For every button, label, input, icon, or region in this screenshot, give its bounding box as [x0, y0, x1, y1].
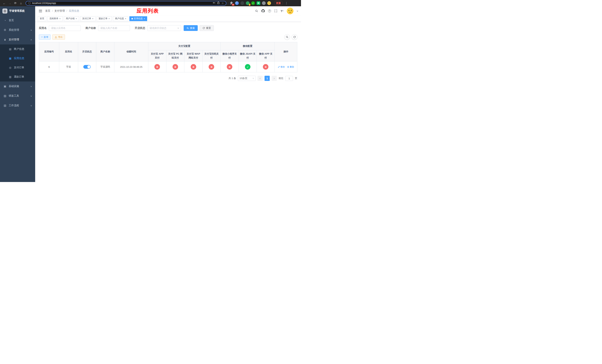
tab-pay-order[interactable]: 支付订单 ×: [80, 16, 96, 21]
export-button[interactable]: 导出: [52, 34, 65, 40]
refresh-table-button[interactable]: [292, 34, 297, 40]
col-header-merchant: 商户名称: [96, 42, 114, 62]
sidebar-item-infrastructure[interactable]: ▣ 基础设施 ∨: [0, 81, 35, 91]
extension-drop-icon[interactable]: [235, 1, 239, 5]
row-status-toggle[interactable]: [83, 65, 91, 69]
breadcrumb-section[interactable]: 支付管理: [54, 9, 65, 13]
extension-chat-icon[interactable]: [257, 1, 260, 5]
reset-button[interactable]: 重置: [200, 25, 214, 31]
goto-page-input[interactable]: [285, 76, 293, 81]
extension-avatar-icon[interactable]: 1: [246, 1, 249, 5]
search-button[interactable]: 搜索: [184, 25, 198, 31]
tab-label: 首页: [40, 17, 44, 20]
extension-dark-circle-icon[interactable]: [240, 1, 244, 5]
edit-link[interactable]: 修改: [278, 65, 285, 68]
site-info-icon[interactable]: i: [28, 2, 31, 4]
sidebar-item-label: 研发工具: [9, 94, 19, 97]
sidebar-item-dev-tools[interactable]: ▨ 研发工具 ∨: [0, 91, 35, 101]
tab-label: 商户信息: [115, 17, 124, 20]
search-button-label: 搜索: [190, 26, 195, 30]
pagination: 共 1 条 10条/页 ∨ ‹ 1 › 前往 页: [39, 76, 297, 81]
chevron-down-icon: ∨: [177, 27, 179, 29]
browser-back-button[interactable]: ←: [2, 1, 7, 6]
tab-close-icon[interactable]: ×: [125, 17, 126, 20]
add-button[interactable]: + 新增: [39, 34, 51, 40]
sidebar-item-pay-order[interactable]: ◎ 支付订单: [0, 63, 35, 72]
browser-refresh-button[interactable]: ⟳: [13, 1, 18, 6]
col-header-alipay-pc: 支付宝 PC 网站支付: [166, 50, 184, 62]
share-icon[interactable]: [217, 1, 220, 5]
extension-pin-icon[interactable]: [262, 1, 266, 5]
tab-home[interactable]: 首页: [38, 16, 46, 21]
password-key-icon[interactable]: [213, 1, 215, 5]
sidebar-item-merchant-info[interactable]: ▤ 商户信息: [0, 44, 35, 54]
extensions-puzzle-icon[interactable]: 10: [230, 1, 233, 5]
breadcrumb-home[interactable]: 首页: [45, 9, 50, 13]
sidebar-item-refund-order[interactable]: ▥ 退款订单: [0, 72, 35, 81]
extension-check-icon[interactable]: ✓: [251, 1, 255, 5]
sidebar-item-payment[interactable]: ¥ 支付管理 ∧: [0, 35, 35, 44]
breadcrumb-current: 应用信息: [69, 9, 79, 13]
merchant-name-label: 商户名称: [86, 26, 96, 30]
help-icon[interactable]: ?: [268, 10, 271, 12]
sidebar-item-app-info[interactable]: ▦ 应用信息: [0, 54, 35, 63]
sidebar-logo[interactable]: 芋道管理系统: [0, 6, 35, 16]
page-number-button[interactable]: 1: [265, 76, 270, 81]
github-icon[interactable]: [261, 9, 265, 13]
address-bar[interactable]: i localhost:1024/pay/app ☆: [26, 1, 226, 6]
font-size-icon[interactable]: TT: [281, 10, 283, 13]
merchant-name-input[interactable]: [98, 25, 130, 31]
tab-user-group[interactable]: 用户分组 ×: [64, 16, 79, 21]
prev-page-button[interactable]: ‹: [258, 76, 263, 81]
browser-forward-button[interactable]: →: [7, 1, 12, 6]
tab-app-info[interactable]: 应用信息 ×: [129, 16, 147, 21]
cell-alipay-wap: [184, 62, 203, 72]
user-avatar[interactable]: [287, 8, 293, 14]
search-icon[interactable]: [255, 10, 258, 12]
extension-emoji-icon[interactable]: [267, 1, 271, 5]
tab-close-icon[interactable]: ×: [108, 17, 110, 20]
chevron-up-icon: ∧: [30, 39, 32, 41]
col-group-wechat: 微信配置: [220, 42, 275, 50]
tab-merchant-info[interactable]: 商户信息 ×: [113, 16, 128, 21]
next-page-button[interactable]: ›: [272, 76, 277, 81]
order-icon: ◎: [9, 66, 12, 69]
goto-page-unit: 页: [295, 77, 297, 80]
browser-menu-icon[interactable]: ⋮: [285, 1, 288, 5]
payment-submenu: ▤ 商户信息 ▦ 应用信息 ◎ 支付订单 ▥ 退款订单: [0, 44, 35, 81]
logo-avatar: [2, 9, 7, 13]
app-shell: 芋道管理系统 ◔ 首页 ⚙ 系统管理 ∨ ¥ 支付管理 ∧ ▤ 商户信息 ▦ 应…: [0, 6, 301, 182]
browser-update-button[interactable]: 更新: [274, 1, 283, 6]
breadcrumb-separator: /: [52, 10, 53, 12]
browser-home-button[interactable]: ⌂: [19, 1, 23, 6]
menu-collapse-button[interactable]: [38, 9, 43, 13]
fullscreen-icon[interactable]: [274, 10, 277, 12]
bookmark-star-icon[interactable]: ☆: [221, 2, 224, 5]
chevron-down-icon: ∨: [30, 95, 32, 97]
sidebar-item-label: 退款订单: [14, 75, 24, 78]
sidebar-item-workflow[interactable]: ▧ 工作流程 ∨: [0, 101, 35, 110]
sidebar-item-system[interactable]: ⚙ 系统管理 ∨: [0, 25, 35, 35]
avatar-caret-down-icon[interactable]: ∨: [296, 10, 298, 12]
tab-close-icon[interactable]: ×: [92, 17, 94, 20]
tab-refund-order[interactable]: 退款订单 ×: [97, 16, 112, 21]
page-size-select[interactable]: 10条/页 ∨: [238, 76, 256, 81]
status-select[interactable]: 请选择开启状态 ∨: [147, 25, 181, 31]
app-name-input[interactable]: [49, 25, 81, 31]
col-header-wechat-jsapi: 微信 JSAPI 支付: [239, 50, 257, 62]
grid-icon: ▦: [9, 57, 12, 60]
content: 应用名 商户名称 开启状态 请选择开启状态 ∨ 搜索 重置: [35, 22, 301, 182]
sidebar-item-home[interactable]: ◔ 首页: [0, 16, 35, 25]
tab-close-icon[interactable]: ×: [59, 17, 61, 20]
cell-app-id: 6: [39, 62, 59, 72]
cell-alipay-scan: [203, 62, 220, 72]
tab-process-form[interactable]: 流程表单 ×: [47, 16, 63, 21]
delete-link[interactable]: 删除: [287, 65, 294, 68]
sidebar-item-label: 支付管理: [9, 38, 19, 41]
tab-close-icon[interactable]: ×: [76, 17, 77, 20]
tab-close-icon[interactable]: ×: [144, 17, 145, 20]
table-tools: [284, 34, 297, 40]
sidebar-item-label: 商户信息: [14, 47, 24, 51]
toggle-search-button[interactable]: [284, 34, 290, 40]
status-icon: [154, 64, 160, 70]
